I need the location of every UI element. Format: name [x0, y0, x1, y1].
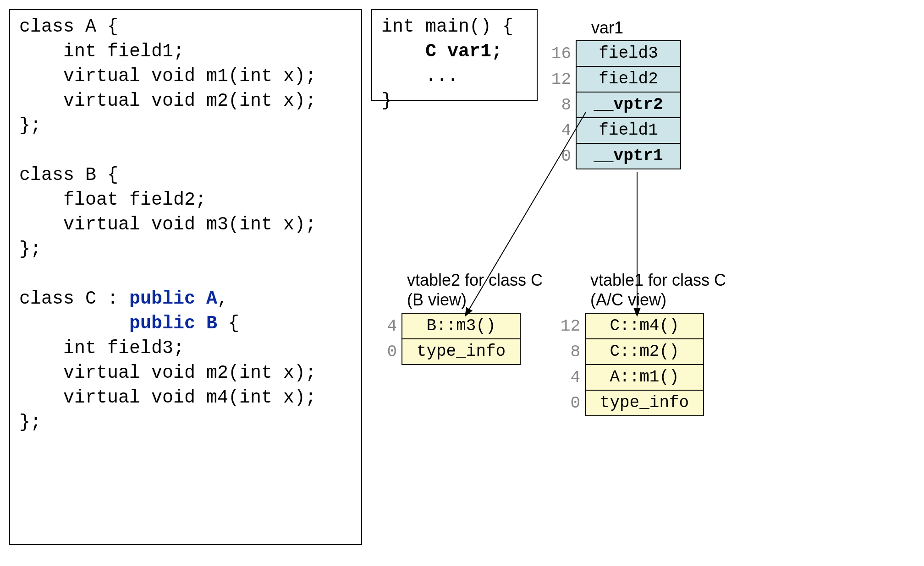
var1-memory-layout: 16field312field28__vptr24field10__vptr1 [550, 41, 681, 169]
offset-label: 8 [559, 339, 585, 365]
vtable1-layout: 12C::m4()8C::m2()4A::m1()0type_info [559, 314, 704, 416]
memory-cell: A::m1() [585, 364, 704, 391]
memory-cell: C::m4() [585, 313, 704, 339]
memory-cell: __vptr2 [576, 92, 681, 118]
offset-label: 4 [550, 118, 576, 144]
offset-label: 0 [550, 144, 576, 169]
vtable2-title: vtable2 for class C (B view) [407, 270, 543, 310]
memory-cell: C::m2() [585, 338, 704, 365]
memory-cell: type_info [585, 390, 704, 416]
vtable2-title-line1: vtable2 for class C [407, 271, 543, 289]
vtable2-title-line2: (B view) [407, 290, 467, 309]
offset-label: 0 [376, 339, 402, 365]
main-function-code: int main() { C var1; ...} [371, 9, 538, 101]
memory-cell: __vptr1 [576, 143, 681, 169]
offset-label: 8 [550, 93, 576, 118]
memory-cell: type_info [402, 338, 521, 365]
offset-label: 16 [550, 41, 576, 67]
vtable1-title-line2: (A/C view) [590, 290, 666, 309]
offset-label: 4 [376, 314, 402, 339]
vtable1-title-line1: vtable1 for class C [590, 271, 726, 289]
vtable1-title: vtable1 for class C (A/C view) [590, 270, 726, 310]
offset-label: 12 [559, 314, 585, 339]
offset-label: 0 [559, 391, 585, 416]
offset-label: 4 [559, 365, 585, 391]
class-definitions-code: class A { int field1; virtual void m1(in… [9, 9, 362, 545]
offset-label: 12 [550, 67, 576, 93]
memory-cell: field3 [576, 40, 681, 67]
memory-cell: field2 [576, 66, 681, 93]
var1-label: var1 [591, 18, 623, 38]
memory-cell: B::m3() [402, 313, 521, 339]
memory-cell: field1 [576, 117, 681, 144]
vtable2-layout: 4B::m3()0type_info [376, 314, 521, 365]
